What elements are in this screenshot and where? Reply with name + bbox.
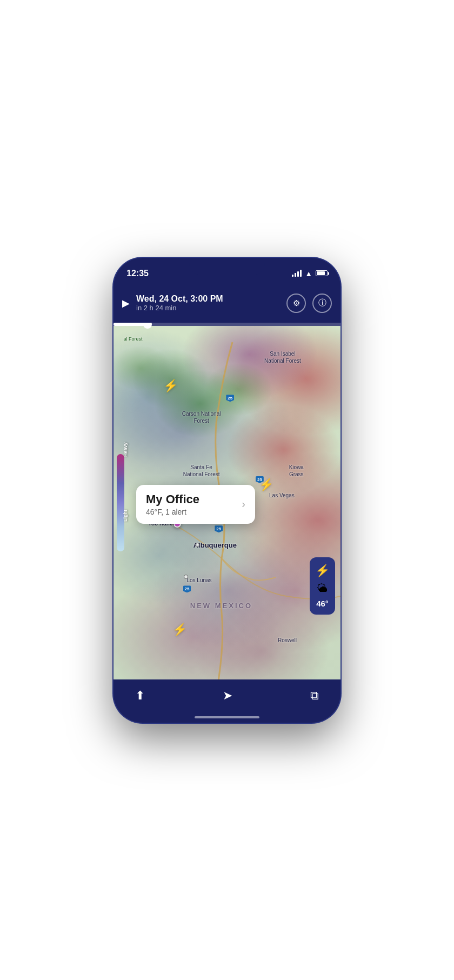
lightning-1: ⚡ xyxy=(163,379,178,393)
share-icon: ⬆ xyxy=(135,689,145,703)
highway-25-bot: 25 xyxy=(182,584,192,595)
weather-panel[interactable]: ⚡ 🌥 46° xyxy=(310,557,335,615)
info-icon: ⓘ xyxy=(318,298,326,308)
legend-bar xyxy=(117,454,124,551)
battery-icon xyxy=(316,270,328,276)
weather-lightning-icon: ⚡ xyxy=(315,564,330,578)
phone-wrapper: 12:35 ▲ ▶ Wed, 24 Oct, 3:00 PM in 2 h 24… xyxy=(114,258,340,723)
progress-bar[interactable] xyxy=(114,323,340,326)
legend-light-label: Light xyxy=(123,510,128,522)
play-button[interactable]: ▶ xyxy=(122,297,130,309)
office-popup-content: My Office 46°F, 1 alert xyxy=(146,492,237,516)
app-header: ▶ Wed, 24 Oct, 3:00 PM in 2 h 24 min ⚙ ⓘ xyxy=(114,284,340,323)
map-area[interactable]: San IsabelNational Forest Carson Nationa… xyxy=(114,326,340,679)
office-chevron[interactable]: › xyxy=(242,498,245,510)
status-time: 12:35 xyxy=(126,269,149,278)
header-date: Wed, 24 Oct, 3:00 PM xyxy=(136,294,286,304)
status-icons: ▲ xyxy=(292,269,328,278)
gear-icon: ⚙ xyxy=(293,298,300,308)
lightning-2: ⚡ xyxy=(259,478,273,492)
lightning-3: ⚡ xyxy=(172,623,187,637)
office-popup[interactable]: My Office 46°F, 1 alert › xyxy=(136,485,255,524)
office-title: My Office xyxy=(146,492,237,506)
header-actions: ⚙ ⓘ xyxy=(286,294,332,313)
map-icon: ⧉ xyxy=(310,689,319,702)
wifi-icon: ▲ xyxy=(305,269,312,278)
legend-heavy-label: Heavy xyxy=(123,442,128,457)
office-subtitle: 46°F, 1 alert xyxy=(146,508,237,516)
header-eta: in 2 h 24 min xyxy=(136,304,286,312)
highway-25-alb: 25 xyxy=(213,524,224,535)
home-indicator[interactable] xyxy=(195,716,259,718)
header-text: Wed, 24 Oct, 3:00 PM in 2 h 24 min xyxy=(136,294,286,312)
notch xyxy=(189,258,265,275)
info-button[interactable]: ⓘ xyxy=(312,294,332,313)
navigate-button[interactable]: ➤ xyxy=(223,689,232,703)
signal-icon xyxy=(292,270,302,277)
navigate-icon: ➤ xyxy=(223,689,232,702)
weather-temperature: 46° xyxy=(316,599,329,608)
highway-25-top: 25 xyxy=(225,393,236,404)
weather-cloud-icon: 🌥 xyxy=(317,582,328,595)
phone-frame: 12:35 ▲ ▶ Wed, 24 Oct, 3:00 PM in 2 h 24… xyxy=(114,258,340,723)
map-button[interactable]: ⧉ xyxy=(310,689,319,703)
progress-fill xyxy=(114,323,148,326)
settings-button[interactable]: ⚙ xyxy=(286,294,306,313)
share-button[interactable]: ⬆ xyxy=(135,689,145,703)
